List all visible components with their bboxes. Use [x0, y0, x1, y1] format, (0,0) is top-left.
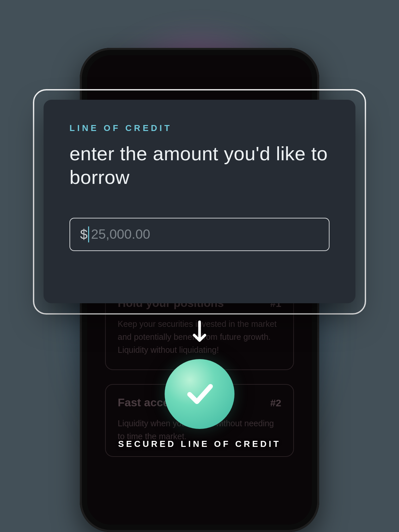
modal-headline: enter the amount you'd like to borrow — [69, 142, 330, 189]
arrow-down-icon — [191, 320, 208, 345]
currency-symbol: $ — [80, 227, 87, 242]
borrow-amount-input[interactable]: $ 25,000.00 — [69, 218, 330, 251]
confirmation-label: SECURED LINE OF CREDIT — [118, 439, 281, 449]
text-caret — [88, 226, 89, 242]
checkmark-icon — [181, 375, 218, 413]
amount-placeholder: 25,000.00 — [91, 227, 150, 242]
borrow-amount-modal: LINE OF CREDIT enter the amount you'd li… — [44, 100, 355, 303]
modal-eyebrow: LINE OF CREDIT — [69, 123, 330, 133]
success-check-badge — [165, 359, 234, 429]
confirmation-flow: SECURED LINE OF CREDIT — [118, 320, 281, 449]
